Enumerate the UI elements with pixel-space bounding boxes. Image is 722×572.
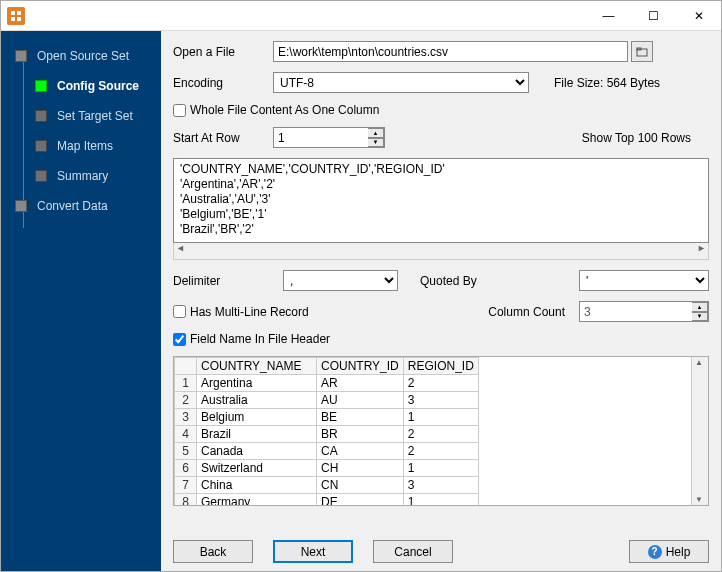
svg-rect-1 xyxy=(17,11,21,15)
sidebar-item-open-source[interactable]: Open Source Set xyxy=(1,41,161,71)
svg-rect-3 xyxy=(17,17,21,21)
svg-rect-0 xyxy=(11,11,15,15)
back-button[interactable]: Back xyxy=(173,540,253,563)
help-button[interactable]: ?Help xyxy=(629,540,709,563)
row-header xyxy=(175,358,197,375)
sidebar-item-label: Map Items xyxy=(57,139,113,153)
vertical-scrollbar[interactable] xyxy=(691,357,708,505)
help-icon: ? xyxy=(648,545,662,559)
sidebar-item-label: Set Target Set xyxy=(57,109,133,123)
show-top-rows-label: Show Top 100 Rows xyxy=(582,131,709,145)
open-file-label: Open a File xyxy=(173,45,273,59)
spin-up-icon: ▲ xyxy=(692,302,708,312)
next-button[interactable]: Next xyxy=(273,540,353,563)
column-header[interactable]: COUNTRY_ID xyxy=(317,358,404,375)
sidebar-item-set-target[interactable]: Set Target Set xyxy=(1,101,161,131)
table-row[interactable]: 8GermanyDE1 xyxy=(175,494,479,506)
app-icon xyxy=(7,7,25,25)
colcount-input xyxy=(579,301,709,322)
table-row[interactable]: 4BrazilBR2 xyxy=(175,426,479,443)
encoding-select[interactable]: UTF-8 xyxy=(273,72,529,93)
multiline-checkbox[interactable]: Has Multi-Line Record xyxy=(173,305,309,319)
table-row[interactable]: 7ChinaCN3 xyxy=(175,477,479,494)
sidebar-item-label: Open Source Set xyxy=(37,49,129,63)
filepath-input[interactable] xyxy=(273,41,628,62)
quoted-label: Quoted By xyxy=(420,274,477,288)
column-header[interactable]: COUNTRY_NAME xyxy=(197,358,317,375)
table-row[interactable]: 5CanadaCA2 xyxy=(175,443,479,460)
data-table: COUNTRY_NAME COUNTRY_ID REGION_ID 1Argen… xyxy=(173,356,709,506)
sidebar-item-convert-data[interactable]: Convert Data xyxy=(1,191,161,221)
svg-rect-2 xyxy=(11,17,15,21)
spin-down-icon: ▼ xyxy=(692,312,708,322)
close-button[interactable]: ✕ xyxy=(676,1,721,31)
sidebar-item-label: Config Source xyxy=(57,79,139,93)
maximize-button[interactable]: ☐ xyxy=(631,1,676,31)
sidebar-item-summary[interactable]: Summary xyxy=(1,161,161,191)
table-row[interactable]: 2AustraliaAU3 xyxy=(175,392,479,409)
fieldname-checkbox[interactable]: Field Name In File Header xyxy=(173,332,330,346)
start-row-label: Start At Row xyxy=(173,131,273,145)
titlebar: — ☐ ✕ xyxy=(1,1,721,31)
sidebar-item-map-items[interactable]: Map Items xyxy=(1,131,161,161)
delimiter-label: Delimiter xyxy=(173,274,273,288)
content: Open a File Encoding UTF-8 File Size: 56… xyxy=(161,31,721,571)
browse-button[interactable] xyxy=(631,41,653,62)
table-row[interactable]: 1ArgentinaAR2 xyxy=(175,375,479,392)
quoted-select[interactable]: ' xyxy=(579,270,709,291)
table-row[interactable]: 6SwitzerlandCH1 xyxy=(175,460,479,477)
folder-icon xyxy=(636,46,648,58)
minimize-button[interactable]: — xyxy=(586,1,631,31)
horizontal-scrollbar[interactable] xyxy=(173,243,709,260)
sidebar-item-label: Convert Data xyxy=(37,199,108,213)
table-row[interactable]: 3BelgiumBE1 xyxy=(175,409,479,426)
delimiter-select[interactable]: , xyxy=(283,270,398,291)
column-header[interactable]: REGION_ID xyxy=(403,358,478,375)
spin-up-icon[interactable]: ▲ xyxy=(368,128,384,138)
cancel-button[interactable]: Cancel xyxy=(373,540,453,563)
spin-down-icon[interactable]: ▼ xyxy=(368,138,384,148)
file-preview[interactable]: 'COUNTRY_NAME','COUNTRY_ID','REGION_ID' … xyxy=(173,158,709,243)
sidebar: Open Source Set Config Source Set Target… xyxy=(1,31,161,571)
whole-file-checkbox[interactable]: Whole File Content As One Column xyxy=(173,103,379,117)
sidebar-item-config-source[interactable]: Config Source xyxy=(1,71,161,101)
encoding-label: Encoding xyxy=(173,76,273,90)
filesize-label: File Size: 564 Bytes xyxy=(554,76,660,90)
colcount-label: Column Count xyxy=(488,305,565,319)
sidebar-item-label: Summary xyxy=(57,169,108,183)
